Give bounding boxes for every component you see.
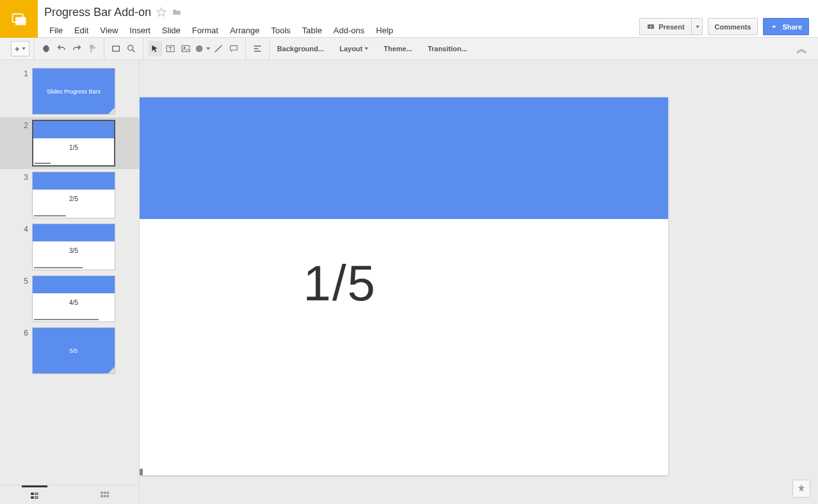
menu-table[interactable]: Table: [297, 23, 327, 38]
textbox-tool[interactable]: [163, 41, 177, 56]
svg-rect-8: [182, 45, 190, 51]
svg-rect-17: [101, 491, 103, 494]
thumbnail-body-text: 1/5: [33, 138, 114, 151]
svg-rect-5: [112, 46, 119, 51]
svg-rect-1: [15, 17, 26, 25]
paint-format-button[interactable]: [85, 41, 99, 56]
align-button[interactable]: [250, 41, 265, 56]
svg-rect-13: [35, 494, 38, 495]
svg-point-10: [195, 45, 202, 53]
menu-slide[interactable]: Slide: [157, 23, 186, 38]
present-dropdown[interactable]: [691, 18, 703, 35]
slide-canvas-area: 1/5: [140, 60, 818, 504]
menu-insert[interactable]: Insert: [124, 23, 156, 38]
menu-format[interactable]: Format: [187, 23, 224, 38]
svg-rect-18: [104, 491, 106, 494]
comment-tool[interactable]: [227, 41, 241, 56]
menu-help[interactable]: Help: [371, 23, 398, 38]
share-label: Share: [782, 23, 802, 31]
slide-thumbnail[interactable]: 1Slides Progress Bars: [0, 65, 139, 117]
slide-thumbnail[interactable]: 54/5: [0, 273, 139, 325]
thumbnail-progress-bar: [34, 267, 83, 268]
transition-button[interactable]: Transition...: [421, 41, 475, 56]
thumbnail-title-text: Slides Progress Bars: [33, 69, 115, 114]
present-label: Present: [658, 23, 684, 31]
svg-rect-20: [101, 495, 103, 498]
slide-thumbnail-strip: 1Slides Progress Bars21/532/543/554/565/…: [0, 60, 140, 504]
collapse-toolbar-icon[interactable]: ︽: [796, 41, 812, 56]
print-button[interactable]: [39, 41, 53, 56]
background-button[interactable]: Background...: [270, 41, 331, 56]
slide-thumbnail[interactable]: 43/5: [0, 221, 139, 273]
slides-logo[interactable]: [0, 0, 38, 38]
fit-button[interactable]: [109, 41, 123, 56]
menu-edit[interactable]: Edit: [69, 23, 94, 38]
thumbnail-progress-bar: [35, 163, 51, 164]
menu-file[interactable]: File: [44, 23, 68, 38]
svg-point-6: [127, 45, 133, 51]
thumbnail-number: 1: [0, 68, 32, 78]
menu-tools[interactable]: Tools: [266, 23, 295, 38]
thumbnail-progress-bar: [34, 215, 66, 216]
menu-addons[interactable]: Add-ons: [329, 23, 370, 38]
menu-view[interactable]: View: [95, 23, 123, 38]
thumbnail-title-text: 5/5: [33, 328, 115, 373]
layout-label: Layout: [339, 45, 363, 53]
thumbnail-body-text: 2/5: [33, 190, 115, 202]
slide-progress-bar: [140, 469, 143, 475]
star-icon[interactable]: [156, 7, 167, 17]
current-slide[interactable]: 1/5: [140, 97, 668, 475]
svg-rect-22: [106, 495, 109, 498]
layout-button[interactable]: Layout: [332, 41, 375, 56]
slide-thumbnail[interactable]: 21/5: [0, 117, 139, 169]
new-slide-button[interactable]: +: [11, 41, 29, 56]
comments-label: Comments: [715, 23, 751, 31]
comments-button[interactable]: Comments: [708, 18, 758, 35]
slide-thumbnail[interactable]: 65/5: [0, 325, 139, 377]
grid-view-button[interactable]: [92, 485, 117, 505]
theme-button[interactable]: Theme...: [377, 41, 420, 56]
thumbnail-progress-bar: [34, 319, 99, 320]
svg-rect-12: [35, 492, 38, 493]
thumbnail-number: 6: [0, 327, 32, 337]
thumbnail-body-text: 4/5: [33, 293, 115, 306]
document-title[interactable]: Progress Bar Add-on: [44, 6, 151, 19]
svg-rect-15: [35, 496, 38, 497]
menu-arrange[interactable]: Arrange: [225, 23, 265, 38]
undo-button[interactable]: [54, 41, 69, 56]
svg-marker-2: [157, 8, 165, 16]
svg-rect-11: [31, 492, 34, 495]
present-button[interactable]: Present: [639, 18, 691, 35]
select-tool[interactable]: [148, 41, 162, 56]
thumbnail-number: 4: [0, 224, 32, 234]
explore-button[interactable]: [792, 480, 810, 498]
share-button[interactable]: Share: [763, 18, 809, 35]
folder-icon[interactable]: [172, 8, 182, 17]
svg-rect-19: [106, 491, 109, 494]
thumbnail-number: 3: [0, 172, 32, 182]
thumbnail-body-text: 3/5: [33, 241, 115, 254]
svg-rect-21: [104, 495, 106, 498]
thumbnail-number: 2: [0, 120, 32, 130]
svg-rect-16: [35, 498, 38, 499]
slide-header-block: [140, 97, 668, 219]
redo-button[interactable]: [70, 41, 84, 56]
zoom-button[interactable]: [124, 41, 138, 56]
filmstrip-view-button[interactable]: [22, 485, 47, 505]
slide-thumbnail[interactable]: 32/5: [0, 169, 139, 221]
slide-body-text: 1/5: [140, 219, 668, 313]
line-tool[interactable]: [211, 41, 225, 56]
shape-tool[interactable]: [194, 41, 210, 56]
thumbnail-number: 5: [0, 275, 32, 286]
image-tool[interactable]: [179, 41, 193, 56]
svg-rect-14: [31, 496, 34, 499]
